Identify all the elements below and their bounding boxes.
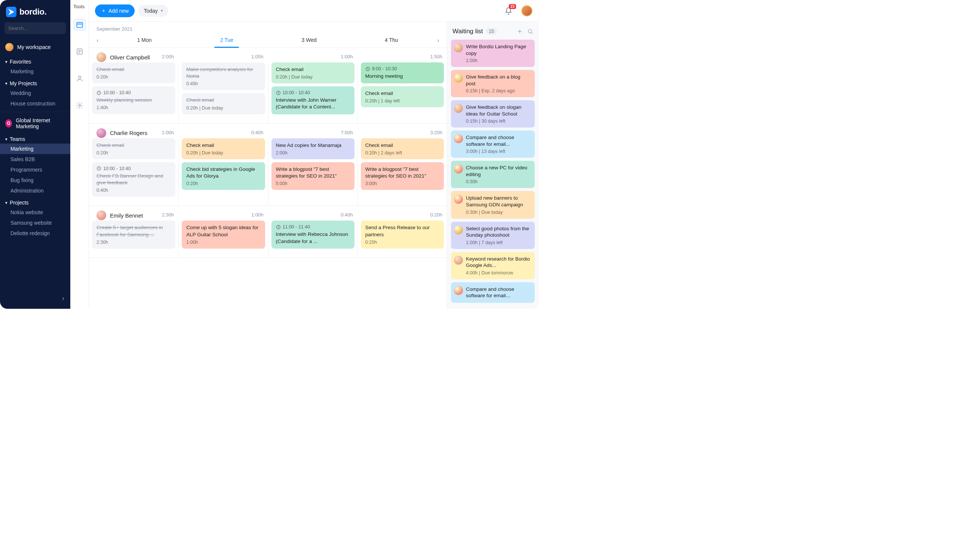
- waiting-title-text: Choose a new PC for video editing: [466, 165, 531, 178]
- waiting-card[interactable]: Compare and choose software for email...: [451, 282, 535, 303]
- task-card[interactable]: Check email0:20h: [92, 138, 175, 159]
- clock-icon: [276, 225, 281, 230]
- tools-rail: Tools: [70, 0, 89, 309]
- sidebar-section-teams[interactable]: ▾ Teams: [0, 132, 70, 144]
- task-card[interactable]: Come up with 5 slogan ideas for ALP Guit…: [182, 221, 265, 248]
- calendar-day-tab[interactable]: 2 Tue: [186, 33, 268, 48]
- card-title: Come up with 5 slogan ideas for ALP Guit…: [186, 224, 260, 238]
- column-total: 3:20h: [361, 130, 444, 138]
- task-card[interactable]: Check email0:20h | Due today: [182, 138, 265, 159]
- task-card[interactable]: Check bid strategies in Google Ads for G…: [182, 162, 265, 190]
- sidebar-org[interactable]: G Global Internet Marketing: [0, 112, 70, 132]
- next-week-button[interactable]: ›: [433, 36, 444, 44]
- card-meta: 1:00h: [186, 240, 260, 245]
- card-title: Check email: [276, 66, 350, 73]
- waiting-meta: 1:00h | 7 days left: [466, 240, 531, 245]
- column-total: 2:30h: [92, 212, 175, 221]
- waiting-card[interactable]: Give feedback on slogan ideas for Guitar…: [451, 100, 535, 127]
- add-new-button[interactable]: ＋ Add new: [95, 5, 135, 17]
- user-avatar[interactable]: [521, 5, 533, 16]
- task-card[interactable]: Check email0:20h: [92, 62, 175, 83]
- chevron-down-icon: ▾: [161, 8, 163, 13]
- card-title: Interview with John Warner (Candidate fo…: [276, 97, 350, 110]
- card-meta: 0:20h | 1 day left: [365, 98, 439, 103]
- tool-calendar[interactable]: [74, 19, 86, 31]
- card-meta: 3:00h: [365, 181, 439, 186]
- task-card[interactable]: 10:00 - 10:40Weekly planning session1:40…: [92, 86, 175, 114]
- task-card[interactable]: Check email0:20h | 2 days left: [361, 138, 444, 159]
- waiting-card[interactable]: Choose a new PC for video editing0:30h: [451, 161, 535, 188]
- today-label: Today: [144, 8, 157, 14]
- waiting-card[interactable]: Keyword research for Bordio Google Ads..…: [451, 252, 535, 279]
- task-card[interactable]: Check email0:20h | Due today: [271, 62, 354, 83]
- tool-people[interactable]: [74, 73, 86, 84]
- waiting-meta: 0:15h | 30 days left: [466, 119, 531, 124]
- assignee-avatar-icon: [454, 286, 463, 295]
- task-card[interactable]: 10:00 - 10:40Interview with John Warner …: [271, 86, 354, 114]
- waiting-card[interactable]: Give feedback on a blog post0:15h | Exp.…: [451, 70, 535, 97]
- task-card[interactable]: Check email0:20h | Due today: [182, 93, 265, 114]
- day-column: 1:50h9:00 - 10:30Morning meetingCheck em…: [357, 63, 447, 123]
- add-waiting-button[interactable]: [517, 29, 523, 34]
- card-title: Check email: [186, 142, 260, 149]
- sidebar-item[interactable]: Bug fixing: [0, 175, 70, 186]
- sidebar-item[interactable]: Marketing: [0, 144, 70, 154]
- card-meta: 5:00h: [276, 181, 350, 186]
- sidebar-section-favorites[interactable]: ▾ Favorites: [0, 55, 70, 66]
- task-card[interactable]: Write a blogpost "7 best strategies for …: [271, 162, 354, 190]
- task-card[interactable]: 9:00 - 10:30Morning meeting: [361, 62, 444, 83]
- task-card[interactable]: Make competitors analysis for Nokia0:45h: [182, 62, 265, 90]
- calendar-day-tab[interactable]: 4 Thu: [351, 33, 433, 48]
- notifications-button[interactable]: 23: [505, 7, 512, 14]
- card-title: Check email: [97, 66, 171, 73]
- waiting-card[interactable]: Select good photos from the Sunday photo…: [451, 222, 535, 249]
- workspace-switcher[interactable]: My workspace: [0, 38, 70, 55]
- search-input[interactable]: [8, 25, 71, 31]
- today-button[interactable]: Today ▾: [138, 5, 168, 17]
- calendar-day-tab[interactable]: 1 Mon: [103, 33, 186, 48]
- logo[interactable]: bordio.: [0, 0, 70, 22]
- waiting-card[interactable]: Compare and choose software for email...…: [451, 130, 535, 158]
- card-meta: 2:30h: [97, 240, 171, 245]
- sidebar-item[interactable]: Deliotte redesign: [0, 228, 70, 238]
- waiting-meta: 0:15h | Exp. 2 days ago: [466, 88, 531, 94]
- task-card[interactable]: Write a blogpost "7 best strategies for …: [361, 162, 444, 190]
- assignee-avatar-icon: [454, 195, 463, 204]
- card-title: Write a blogpost "7 best strategies for …: [365, 166, 439, 179]
- calendar-day-tab[interactable]: 3 Wed: [268, 33, 351, 48]
- sidebar-item[interactable]: Programmers: [0, 165, 70, 175]
- tool-settings[interactable]: [74, 100, 86, 111]
- search-input-wrap[interactable]: [5, 22, 66, 34]
- task-card[interactable]: 10:00 - 10:40Check FB Banner Design and …: [92, 162, 175, 197]
- search-waiting-button[interactable]: [527, 29, 533, 34]
- sidebar-item[interactable]: Wedding: [0, 88, 70, 98]
- sidebar-item[interactable]: Administration: [0, 186, 70, 196]
- waiting-card[interactable]: Upload new banners to Samsung GDN campai…: [451, 191, 535, 218]
- tool-notes[interactable]: [74, 46, 86, 57]
- card-title: Check email: [365, 90, 439, 97]
- main: ＋ Add new Today ▾ 23 September 2021 ‹ 1 …: [89, 0, 538, 309]
- task-card[interactable]: 11:00 - 11:40Interview with Rebecca John…: [271, 221, 354, 248]
- sidebar-section-myprojects[interactable]: ▾ My Projects: [0, 77, 70, 88]
- waiting-card[interactable]: Write Bordio Landing Page copy1:00h: [451, 40, 535, 67]
- sidebar-section-projects[interactable]: ▾ Projects: [0, 196, 70, 207]
- sidebar-item[interactable]: House construction: [0, 98, 70, 109]
- sidebar-item[interactable]: Samsung website: [0, 217, 70, 228]
- clock-icon: [365, 67, 370, 71]
- svg-point-3: [78, 76, 81, 78]
- sidebar-collapse-button[interactable]: [60, 296, 66, 301]
- card-time: 10:00 - 10:40: [97, 166, 171, 171]
- logo-mark-icon: [6, 7, 16, 17]
- task-card[interactable]: Check email0:20h | 1 day left: [361, 86, 444, 107]
- waiting-title-text: Keyword research for Bordio Google Ads..…: [466, 256, 531, 269]
- org-name: Global Internet Marketing: [16, 117, 65, 129]
- sidebar-item[interactable]: Sales B2B: [0, 154, 70, 165]
- sidebar-item[interactable]: Nokia website: [0, 207, 70, 217]
- sidebar-item[interactable]: Marketing: [0, 66, 70, 77]
- svg-rect-1: [77, 22, 82, 27]
- task-card[interactable]: Send a Press Release to our partners0:20…: [361, 221, 444, 248]
- prev-week-button[interactable]: ‹: [92, 36, 103, 44]
- task-card[interactable]: Create 5+ target audiences in Facebook f…: [92, 221, 175, 248]
- brand-name: bordio.: [19, 7, 46, 17]
- task-card[interactable]: New Ad copies for Manamaja2:00h: [271, 138, 354, 159]
